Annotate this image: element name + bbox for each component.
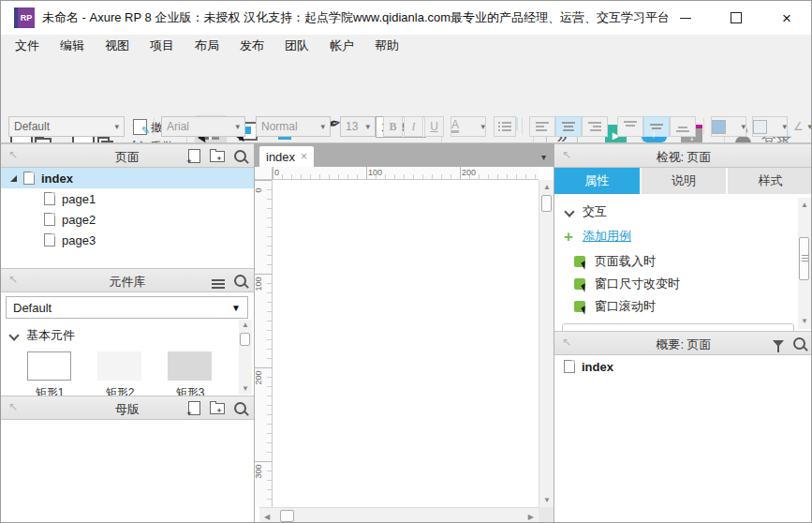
masters-panel-header: ↖ 母版 (1, 396, 254, 420)
menu-item[interactable]: 帮助 (364, 35, 409, 57)
align-right-button[interactable] (582, 116, 608, 137)
widget-rectangle2[interactable] (97, 351, 141, 381)
page-tree-children: page1 page2 page3 (1, 188, 254, 250)
tab-notes[interactable]: 说明 (642, 168, 727, 194)
separator (522, 118, 523, 135)
add-folder-icon[interactable] (210, 403, 225, 414)
add-case-link[interactable]: 添加用例 (583, 228, 631, 245)
title-bar: RP 未命名 - Axure RP 8 企业版：未授权 汉化支持：起点学院www… (1, 1, 811, 35)
add-folder-icon[interactable] (210, 151, 225, 162)
close-button[interactable]: × (763, 1, 810, 35)
background-color-swatch (753, 120, 767, 134)
menu-icon[interactable] (212, 279, 225, 281)
inspector-scrollbar[interactable]: ▲ ▼ (798, 198, 811, 329)
menu-item[interactable]: 布局 (185, 35, 229, 57)
menu-item[interactable]: 编辑 (50, 35, 95, 57)
chevron-down-icon: ▾ (480, 122, 485, 131)
scrollbar-thumb[interactable] (799, 237, 809, 280)
tab-properties[interactable]: 属性 (554, 168, 640, 194)
style-preset-select[interactable]: Default▾ (8, 116, 125, 137)
menu-item[interactable]: 视图 (95, 35, 140, 57)
bold-button[interactable]: B (383, 116, 403, 137)
search-icon[interactable] (234, 402, 246, 414)
scrollbar-thumb[interactable] (541, 195, 552, 212)
widget-rectangle3[interactable] (168, 351, 212, 381)
add-case-row: + 添加用例 (564, 228, 631, 245)
page-tree-item[interactable]: page1 (1, 188, 254, 209)
search-icon[interactable] (234, 150, 246, 162)
event-row[interactable]: 页面载入时 (574, 252, 680, 270)
scroll-down-icon[interactable]: ▼ (798, 316, 811, 327)
inspector-panel-title: 检视: 页面 (554, 149, 812, 166)
menu-item[interactable]: 帐户 (319, 35, 364, 57)
underline-button[interactable]: U (424, 116, 444, 137)
maximize-icon (731, 12, 742, 23)
page-tree-item[interactable]: page2 (1, 209, 254, 230)
align-bottom-button[interactable] (670, 116, 696, 137)
fill-color-button[interactable]: ▾ (711, 116, 746, 137)
align-middle-button[interactable] (643, 116, 670, 137)
event-row[interactable]: 窗口滚动时 (574, 297, 680, 315)
event-label: 页面载入时 (595, 253, 656, 270)
event-list: 页面载入时 窗口尺寸改变时 窗口滚动时 (574, 252, 680, 315)
page-tree-item-index[interactable]: index (1, 168, 254, 188)
scroll-up-icon[interactable]: ▲ (239, 320, 252, 331)
align-top-button[interactable] (617, 116, 643, 137)
text-color-button[interactable]: A▾ (450, 116, 486, 137)
add-page-icon[interactable] (188, 149, 200, 163)
page-tree-item[interactable]: page3 (1, 230, 254, 250)
page-icon (44, 213, 55, 226)
close-tab-icon[interactable]: × (301, 150, 307, 163)
design-canvas[interactable] (273, 180, 539, 507)
align-left-button[interactable] (529, 116, 555, 137)
tab-index[interactable]: index × (259, 146, 314, 167)
expand-triangle-icon[interactable] (10, 175, 17, 182)
font-size-select[interactable]: 13▾ (340, 116, 376, 137)
scroll-up-icon[interactable]: ▲ (798, 200, 811, 211)
align-center-button[interactable] (555, 116, 582, 137)
scroll-left-icon[interactable]: ◀ (264, 513, 270, 521)
font-family-select[interactable]: Arial▾ (161, 116, 245, 137)
canvas-vertical-scrollbar[interactable]: ▲ ▼ (539, 180, 554, 507)
widgets-scrollbar[interactable]: ▲ ▼ (239, 320, 252, 395)
scroll-down-icon[interactable]: ▼ (239, 383, 252, 395)
tab-style[interactable]: 样式 (728, 168, 812, 194)
menu-item[interactable]: 发布 (229, 35, 274, 57)
share-up-arrow-icon: ↑ (651, 128, 657, 140)
search-icon[interactable] (234, 275, 246, 287)
background-color-button[interactable]: ▾ (752, 116, 788, 137)
ruler-tick-label: 100 (254, 271, 263, 297)
menu-item[interactable]: 团队 (274, 35, 319, 57)
menu-item[interactable]: 项目 (140, 35, 185, 57)
chevron-down-icon (564, 206, 574, 217)
maximize-button[interactable] (713, 1, 760, 35)
tab-list-dropdown-icon[interactable]: ▾ (541, 152, 546, 162)
outline-item[interactable]: index (554, 355, 812, 378)
scroll-down-icon[interactable]: ▼ (543, 496, 551, 504)
scrollbar-thumb[interactable] (280, 510, 294, 522)
ruler-tick-label: 100 (368, 168, 382, 177)
scrollbar-corner (539, 507, 554, 523)
event-row[interactable]: 窗口尺寸改变时 (574, 275, 680, 292)
widget-section-header[interactable]: 基本元件 (10, 327, 75, 344)
scrollbar-thumb[interactable] (240, 333, 250, 346)
interaction-section-header[interactable]: 交互 (566, 203, 607, 220)
scroll-up-icon[interactable]: ▲ (543, 183, 551, 191)
search-icon[interactable] (793, 337, 805, 350)
font-weight-select[interactable]: Normal▾ (256, 116, 331, 137)
edit-style-icon[interactable] (133, 119, 147, 135)
widget-library-select[interactable]: Default ▼ (6, 296, 248, 319)
widget-rectangle1[interactable] (27, 351, 71, 381)
filter-icon[interactable] (773, 340, 784, 347)
minimize-icon (680, 18, 691, 19)
plus-icon: + (564, 229, 573, 245)
italic-button[interactable]: I (404, 116, 423, 137)
canvas-horizontal-scrollbar[interactable]: ◀ ▶ (259, 507, 539, 523)
bullet-list-icon[interactable] (494, 116, 516, 137)
menu-item[interactable]: 文件 (5, 35, 50, 57)
minimize-button[interactable] (662, 1, 709, 35)
chevron-down-icon: ▾ (782, 122, 787, 131)
add-master-icon[interactable] (188, 401, 200, 415)
line-color-button[interactable]: ∠▾ (793, 116, 812, 137)
scroll-right-icon[interactable]: ▶ (528, 513, 534, 521)
